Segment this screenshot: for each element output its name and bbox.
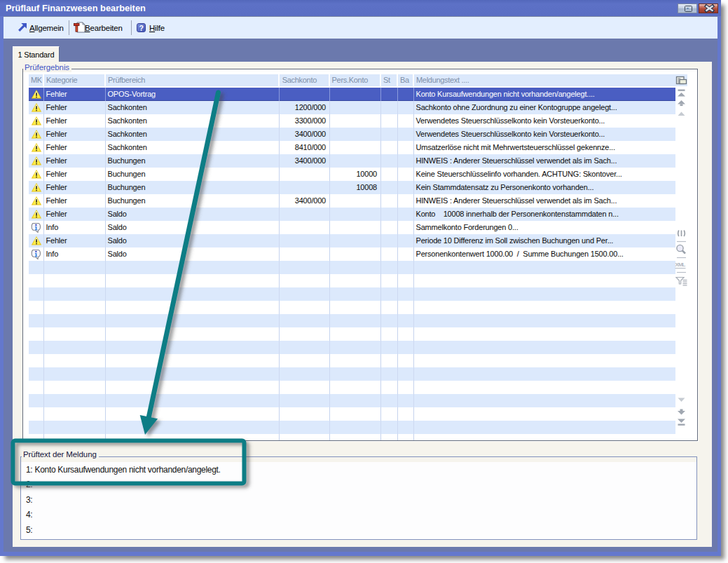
svg-text:XML: XML [675,262,686,268]
